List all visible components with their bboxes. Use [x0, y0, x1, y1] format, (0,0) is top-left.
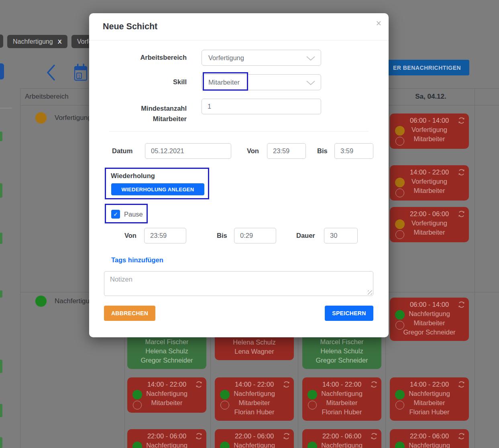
area-dot: [132, 390, 142, 399]
area-dot: [395, 178, 405, 187]
repeat-icon: [457, 116, 466, 125]
skill-label: Skill: [106, 78, 187, 86]
shift-card[interactable]: 22:00 - 06:00 Vorfertigung Mitarbeiter: [390, 207, 469, 242]
pause-bis-input[interactable]: [234, 228, 276, 243]
edge-card-border: [0, 108, 12, 108]
shift-card[interactable]: 14:00 - 22:00 Vorfertigung Mitarbeiter: [390, 165, 469, 201]
modal-section-divider: [109, 131, 369, 132]
row-label-nachfertigung: Nachfertigung: [35, 296, 97, 307]
assignee-ring: [220, 401, 229, 409]
abbrechen-button[interactable]: ABBRECHEN: [104, 306, 155, 321]
modal-header-divider: [89, 40, 389, 41]
clipped-card-fragment: [0, 233, 2, 244]
clipped-card-fragment: [0, 437, 2, 448]
shift-card[interactable]: 22:00 - 06:00 Nachfertigung: [215, 429, 294, 448]
mindestanzahl-label: Mindestanzahl Mitarbeiter: [106, 103, 187, 124]
column-border: [475, 88, 475, 448]
area-dot: [395, 390, 405, 399]
column-header-arbeitsbereich: Arbeitsbereich: [25, 93, 69, 101]
pause-dauer-label: Dauer: [296, 232, 315, 239]
column-header-saturday: Sa, 04.12.: [387, 93, 475, 101]
repeat-icon: [282, 432, 291, 440]
assignee-ring: [395, 137, 404, 146]
area-dot: [395, 310, 405, 320]
calendar-icon: 1: [74, 63, 88, 81]
wiederholung-anlegen-button[interactable]: WIEDERHOLUNG ANLEGEN: [111, 183, 204, 195]
clipped-card-fragment: [0, 183, 2, 198]
bis-label: Bis: [317, 147, 328, 155]
mindestanzahl-input[interactable]: [202, 99, 321, 114]
von-label: Von: [247, 147, 259, 155]
repeat-icon: [457, 300, 466, 309]
repeat-icon: [195, 432, 203, 440]
repeat-icon: [195, 380, 203, 389]
repeat-icon: [370, 432, 378, 440]
modal-title: Neue Schicht: [103, 22, 157, 32]
repeat-icon: [370, 380, 378, 389]
shift-card[interactable]: 22:00 - 06:00 Nachfertigung: [127, 429, 206, 448]
shift-card[interactable]: 22:00 - 06:00 Nachfertigung: [302, 429, 381, 448]
shift-card[interactable]: 06:00 - 14:00 Nachfertigung Mitarbeiter …: [390, 298, 469, 341]
skill-select[interactable]: Mitarbeiter: [202, 74, 321, 90]
repeat-icon: [457, 432, 466, 440]
pause-checkbox[interactable]: ✓: [111, 210, 120, 219]
clipped-card-fragment: [0, 360, 2, 373]
repeat-icon: [457, 380, 466, 389]
chevron-down-icon: [306, 80, 316, 85]
area-color-dot: [35, 296, 47, 307]
pause-bis-label: Bis: [217, 232, 227, 239]
assignee-ring: [395, 321, 404, 330]
filter-chip-partial[interactable]: [0, 34, 3, 48]
clipped-card-fragment: [0, 290, 2, 298]
repeat-icon: [457, 210, 466, 218]
notizen-textarea[interactable]: [104, 271, 373, 296]
calendar-picker-button[interactable]: 1: [74, 63, 88, 81]
toolbar-partial-button[interactable]: [0, 63, 4, 79]
repeat-icon: [457, 168, 466, 176]
svg-text:1: 1: [78, 74, 80, 79]
row-label-vorfertigung: Vorfertigung: [35, 112, 92, 124]
repeat-icon: [282, 380, 291, 389]
assignee-ring: [395, 401, 404, 409]
filter-chip-nachfertigung[interactable]: Nachfertigung X: [7, 35, 67, 48]
table-left-border: [20, 88, 20, 448]
area-dot: [395, 126, 405, 136]
shift-card[interactable]: 14:00 - 22:00 Nachfertigung Mitarbeiter …: [390, 377, 469, 421]
pause-dauer-input[interactable]: [324, 228, 358, 243]
area-dot: [395, 219, 405, 229]
chip-label: Nachfertigung: [13, 38, 53, 45]
notify-employees-button[interactable]: ER BENACHRICHTIGEN: [385, 60, 469, 75]
check-icon: ✓: [113, 211, 118, 217]
von-input[interactable]: [267, 143, 306, 159]
assignee-ring: [308, 401, 317, 409]
pause-von-label: Von: [124, 232, 136, 239]
chip-remove-icon[interactable]: X: [58, 38, 62, 45]
assignee-ring: [395, 230, 404, 239]
close-icon[interactable]: ×: [376, 18, 381, 29]
arbeitsbereich-label: Arbeitsbereich: [106, 54, 187, 61]
datum-label: Datum: [112, 147, 132, 155]
shift-card[interactable]: 14:00 - 22:00 Nachfertigung Mitarbeiter …: [302, 377, 381, 421]
shift-card[interactable]: 14:00 - 22:00 Nachfertigung Mitarbeiter …: [215, 377, 294, 421]
area-dot: [308, 390, 317, 399]
datum-input[interactable]: [145, 143, 231, 159]
arbeitsbereich-select[interactable]: Vorfertigung: [202, 50, 321, 66]
shift-card[interactable]: 22:00 - 06:00 Nachfertigung: [390, 429, 469, 448]
pause-label: Pause: [124, 211, 143, 218]
previous-week-button[interactable]: [45, 64, 57, 83]
area-dot: [220, 390, 230, 399]
clipped-card-fragment: [0, 132, 2, 141]
clipped-card-fragment: [0, 404, 2, 417]
bis-input[interactable]: [334, 143, 373, 159]
chevron-down-icon: [306, 56, 316, 61]
new-shift-modal: Neue Schicht × Arbeitsbereich Vorfertigu…: [89, 13, 389, 337]
wiederholung-heading: Wiederholung: [111, 172, 155, 180]
shift-card[interactable]: 06:00 - 14:00 Vorfertigung Mitarbeiter: [390, 114, 469, 149]
speichern-button[interactable]: SPEICHERN: [325, 306, 373, 321]
tags-hinzufuegen-link[interactable]: Tags hinzufügen: [111, 256, 163, 264]
chevron-left-icon: [45, 64, 57, 81]
pause-von-input[interactable]: [144, 228, 186, 243]
area-color-dot: [35, 112, 47, 124]
shift-card[interactable]: 14:00 - 22:00 Nachfertigung Mitarbeiter: [127, 377, 206, 413]
assignee-ring: [133, 401, 142, 409]
